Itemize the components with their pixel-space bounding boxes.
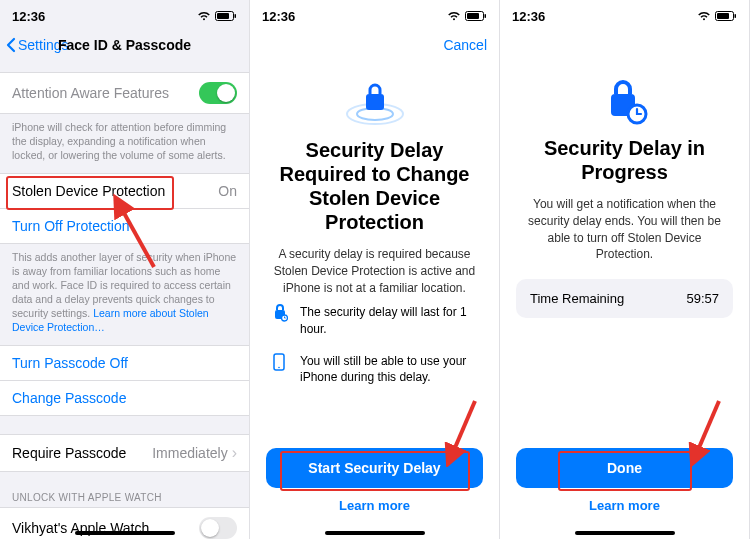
battery-icon: [715, 11, 737, 21]
bullet-delay-duration: The security delay will last for 1 hour.: [250, 296, 499, 344]
bullet-text: You will still be able to use your iPhon…: [300, 353, 477, 385]
time-remaining-value: 59:57: [686, 291, 719, 306]
cell-label: Change Passcode: [12, 390, 126, 406]
watch-section-header: UNLOCK WITH APPLE WATCH: [0, 484, 249, 507]
time-remaining-label: Time Remaining: [530, 291, 624, 306]
wifi-icon: [697, 11, 711, 21]
status-icons: [447, 11, 487, 21]
hero-title: Security Delay Required to Change Stolen…: [270, 138, 479, 234]
status-icons: [197, 11, 237, 21]
status-bar: 12:36: [500, 0, 749, 28]
phone-icon: [272, 353, 290, 375]
watch-toggle[interactable]: [199, 517, 237, 539]
status-time: 12:36: [262, 9, 295, 24]
svg-rect-14: [717, 13, 729, 19]
wifi-icon: [197, 11, 211, 21]
start-security-delay-button[interactable]: Start Security Delay: [266, 448, 483, 488]
cell-label: Stolen Device Protection: [12, 183, 165, 199]
done-button[interactable]: Done: [516, 448, 733, 488]
hero-desc: A security delay is required because Sto…: [270, 246, 479, 296]
learn-more-link[interactable]: Learn more: [500, 494, 749, 517]
battery-icon: [215, 11, 237, 21]
page-title: Face ID & Passcode: [0, 37, 249, 53]
status-bar: 12:36: [250, 0, 499, 28]
home-indicator: [325, 531, 425, 535]
bullet-text: The security delay will last for 1 hour.: [300, 304, 477, 336]
nav-bar: Cancel: [250, 28, 499, 62]
stolen-device-protection-cell[interactable]: Stolen Device Protection On: [0, 173, 249, 209]
hero-title: Security Delay in Progress: [520, 136, 729, 184]
turn-off-protection-button[interactable]: Turn Off Protection: [0, 209, 249, 244]
hero-desc: You will get a notification when the sec…: [520, 196, 729, 263]
security-delay-required-pane: 12:36 Cancel Security Delay Required to …: [250, 0, 500, 539]
svg-rect-2: [235, 14, 237, 18]
cell-label: Turn Off Protection: [12, 218, 130, 234]
home-indicator: [575, 531, 675, 535]
status-bar: 12:36: [0, 0, 249, 28]
bullet-usable: You will still be able to use your iPhon…: [250, 345, 499, 393]
svg-rect-8: [366, 94, 384, 110]
cell-label: Require Passcode: [12, 445, 126, 461]
settings-pane: 12:36 Settings Face ID & Passcode Attent…: [0, 0, 250, 539]
status-time: 12:36: [512, 9, 545, 24]
lock-clock-icon: [272, 304, 290, 326]
time-remaining-row: Time Remaining 59:57: [516, 279, 733, 318]
cell-label: Turn Passcode Off: [12, 355, 128, 371]
status-time: 12:36: [12, 9, 45, 24]
turn-passcode-off-button[interactable]: Turn Passcode Off: [0, 345, 249, 381]
lock-ripple-icon: [270, 78, 479, 128]
security-delay-progress-pane: 12:36 Security Delay in Progress You wil…: [500, 0, 750, 539]
wifi-icon: [447, 11, 461, 21]
cell-label: Attention Aware Features: [12, 85, 169, 101]
cell-value: On: [218, 183, 237, 199]
cancel-button[interactable]: Cancel: [443, 37, 487, 53]
svg-rect-15: [735, 14, 737, 18]
svg-rect-1: [217, 13, 229, 19]
status-icons: [697, 11, 737, 21]
battery-icon: [465, 11, 487, 21]
require-passcode-cell[interactable]: Require Passcode Immediately ›: [0, 434, 249, 472]
svg-rect-5: [485, 14, 487, 18]
change-passcode-button[interactable]: Change Passcode: [0, 381, 249, 416]
attention-footer: iPhone will check for attention before d…: [0, 114, 249, 173]
learn-more-link[interactable]: Learn more: [250, 494, 499, 517]
svg-point-12: [278, 366, 280, 368]
attention-aware-toggle[interactable]: [199, 82, 237, 104]
svg-rect-4: [467, 13, 479, 19]
chevron-right-icon: ›: [232, 444, 237, 462]
attention-aware-cell[interactable]: Attention Aware Features: [0, 72, 249, 114]
lock-clock-large-icon: [520, 78, 729, 126]
home-indicator: [75, 531, 175, 535]
sdp-footer: This adds another layer of security when…: [0, 244, 249, 345]
cell-value: Immediately: [152, 445, 227, 461]
nav-bar: Settings Face ID & Passcode: [0, 28, 249, 62]
